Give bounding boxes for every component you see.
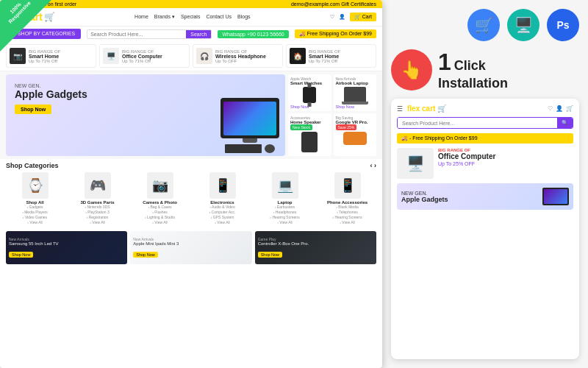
cat-item-5[interactable]: 📱 Phone Accessories › Blank Media› Telep…: [318, 172, 376, 225]
mobile-logo-text: flex: [407, 105, 420, 113]
cat-img-3: 📱: [209, 172, 236, 199]
banner-content-2: Game Play Controller X-Box One Pro. Shop…: [258, 237, 309, 259]
side-cta-1[interactable]: Shop Now: [336, 105, 354, 109]
cat-item-1[interactable]: 🎮 3D Games Parts › Nintendo 3DS› PlaySta…: [68, 172, 126, 225]
banner-title-0: Samsung 55 Inch Led TV: [9, 241, 59, 246]
one-click-section: 👆 1 Click Installation: [391, 49, 579, 91]
big-range-info-1: BIG RANGE OF Smart Home Up To 71% Off: [29, 49, 60, 63]
big-range-item-1: 📷 BIG RANGE OF Smart Home Up To 71% Off: [6, 44, 96, 68]
big-range-title-2: Office Computer: [122, 54, 162, 59]
mobile-range-text: BIG RANGE OF Office Computer Up To 25% O…: [438, 148, 573, 179]
nav-arrows[interactable]: ‹ ›: [370, 162, 377, 169]
mobile-shipping-bar: 🚚 - Free Shipping On Order $99: [397, 133, 573, 144]
big-range-info-3: BIG RANGE OF Wireless Headphone Up To OF…: [215, 49, 266, 63]
banner-item-2: Game Play Controller X-Box One Pro. Shop…: [255, 231, 376, 264]
mobile-user-icon[interactable]: 👤: [556, 105, 563, 112]
banner-cta-1[interactable]: Shop Now: [133, 252, 157, 258]
mobile-heart-icon[interactable]: ♡: [548, 105, 553, 112]
cat-img-2: 📷: [147, 172, 173, 199]
nav-contact[interactable]: Contact Us: [206, 14, 232, 20]
monitor-screen: [223, 102, 276, 135]
mobile-cart-btn-icon[interactable]: 🛒: [566, 105, 573, 112]
cart-button[interactable]: 🛒 Cart: [350, 13, 376, 21]
cat-links-3: › Audio & Video› Computer Acc.› GPS Syst…: [193, 205, 251, 225]
cart-icon: 🛒: [475, 16, 493, 34]
user-icon[interactable]: 👤: [339, 14, 345, 20]
big-range-discount-1: Up To 71% Off: [29, 59, 60, 63]
mobile-search-input[interactable]: [398, 118, 557, 128]
hero-cta-button[interactable]: Shop Now: [15, 105, 51, 114]
ps-icon: Ps: [556, 19, 569, 31]
cat-links-4: › Earbusters› Headphones› Hearing Screen…: [256, 205, 314, 225]
click-label: Click: [454, 58, 486, 74]
cat-links-2: › Bag & Cases› Flashes› Lighting & Studi…: [131, 205, 189, 225]
click-number: 1: [438, 49, 451, 76]
main-content: NEW GEN. Apple Gadgets Shop Now: [0, 71, 382, 159]
cat-item-4[interactable]: 💻 Laptop › Earbusters› Headphones› Heari…: [256, 172, 314, 225]
mobile-hero-text-block: NEW GEN. Apple Gadgets: [401, 191, 448, 203]
site-header: flex cart 🛒 Home Brands ▾ Specials Conta…: [0, 8, 382, 26]
big-range-image-1: 📷: [10, 48, 26, 64]
cat-img-1: 🎮: [85, 172, 111, 199]
banner-cta-0[interactable]: Shop Now: [9, 252, 33, 258]
watch-icon: [303, 87, 316, 103]
announcement-right: demo@example.com Gift Certificates: [291, 1, 376, 7]
mobile-search-bar: 🔍: [397, 117, 573, 129]
section-title: Shop Categories ‹ ›: [6, 162, 376, 169]
cursor-icon: 👆: [401, 60, 423, 80]
big-range-item-2: 🖥️ BIG RANGE OF Office Computer Up To 71…: [99, 44, 190, 68]
cat-links-0: › Gadgets› Media Players› Video Games› V…: [6, 205, 64, 225]
cat-img-4: 💻: [272, 172, 298, 199]
speaker-icon: [301, 132, 318, 152]
search-box: Search: [87, 29, 212, 39]
big-range-image-3: 🎧: [196, 48, 212, 64]
mobile-header: ☰ flex cart 🛒 ♡ 👤 🛒: [397, 105, 573, 113]
mobile-hero-image: [542, 188, 569, 205]
cat-item-2[interactable]: 📷 Camera & Photo › Bag & Cases› Flashes›…: [131, 172, 189, 225]
big-range-discount-4: Up To 71% Off: [309, 59, 340, 63]
big-range-image-2: 🖥️: [103, 48, 119, 64]
desktop-icon-badge: 🖥️: [507, 9, 539, 41]
nav-home[interactable]: Home: [135, 14, 148, 20]
cat-item-0[interactable]: ⌚ Shop All › Gadgets› Media Players› Vid…: [6, 172, 64, 225]
side-cta-0[interactable]: Shop Now: [290, 105, 309, 109]
icon-badges: 🛒 🖥️ Ps: [391, 9, 579, 41]
website-mockup: 100% Responsive Get 5% cashback on first…: [0, 0, 382, 368]
big-range-discount-2: Up To 71% Off: [122, 59, 162, 63]
logo-icon: 🛒: [44, 12, 55, 22]
mobile-range-title: Office Computer: [438, 152, 573, 161]
cat-img-0: ⌚: [22, 172, 49, 199]
mobile-cart-icon: 🛒: [437, 105, 446, 113]
mobile-header-icons: ♡ 👤 🛒: [548, 105, 573, 112]
header-icons: ♡ 👤 🛒 Cart: [330, 13, 376, 21]
installation-label: Installation: [438, 76, 508, 91]
search-input[interactable]: [87, 30, 186, 38]
new-stock-badge: New Stock: [290, 124, 312, 130]
nav-brands[interactable]: Brands ▾: [154, 14, 175, 20]
banner-cta-2[interactable]: Shop Now: [258, 252, 282, 258]
cat-item-3[interactable]: 📱 Electronics › Audio & Video› Computer …: [193, 172, 251, 225]
big-range-label-1: BIG RANGE OF: [29, 49, 60, 54]
click-text-block: 1 Click Installation: [438, 49, 508, 91]
hero-banner: NEW GEN. Apple Gadgets Shop Now: [6, 74, 285, 156]
photoshop-icon-badge: Ps: [547, 9, 579, 41]
big-range-image-4: 🏠: [290, 48, 306, 64]
mobile-hero-title: Apple Gadgets: [401, 196, 448, 203]
big-range-label-4: BIG RANGE OF: [309, 49, 340, 54]
search-button[interactable]: Search: [186, 30, 211, 38]
nav-specials[interactable]: Specials: [181, 14, 200, 20]
nav-blogs[interactable]: Blogs: [237, 14, 251, 20]
keyboard-shape: [225, 144, 262, 153]
wishlist-icon[interactable]: ♡: [330, 14, 334, 20]
big-range-title-1: Smart Home: [29, 54, 60, 59]
banner-item-0: New Arrivals Samsung 55 Inch Led TV Shop…: [6, 231, 127, 264]
mini-monitor: [542, 188, 569, 205]
cat-img-5: 📱: [334, 172, 361, 199]
mobile-search-button[interactable]: 🔍: [557, 118, 573, 128]
shop-categories-section: Shop Categories ‹ › ⌚ Shop All › Gadgets…: [0, 159, 382, 228]
mobile-range-discount: Up To 25% OFF: [438, 161, 573, 166]
cat-links-5: › Blank Media› Telephones› Hearing Scree…: [318, 205, 376, 225]
whatsapp-button[interactable]: Whatsapp +90 0123 56660: [218, 30, 288, 38]
mobile-range-image: 🖥️: [397, 148, 434, 179]
shipping-button[interactable]: 🚚 Free Shipping On Order $99: [295, 29, 376, 38]
